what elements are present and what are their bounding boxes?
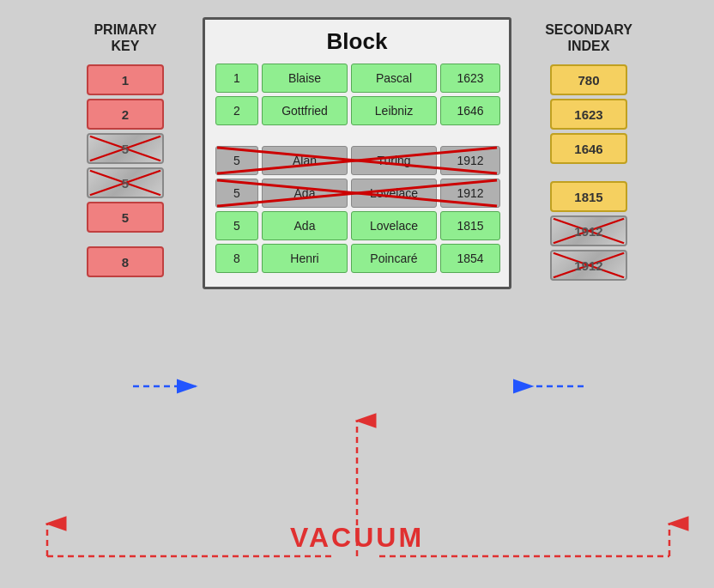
si-row-1623: 1623 <box>550 99 627 130</box>
primary-key-section: PRIMARYKEY 1 2 5 5 <box>74 21 177 277</box>
si-row-1815: 1815 <box>550 181 627 212</box>
bc-id: 8 <box>215 244 258 273</box>
primary-key-label: PRIMARYKEY <box>94 21 156 54</box>
block-row-lovelace1912-wrapper: 5 Ada Lovelace 1912 <box>215 179 499 208</box>
bc-first: Ada <box>262 179 348 208</box>
bc-last: Lovelace <box>351 179 437 208</box>
bc-year: 1646 <box>440 96 500 125</box>
pk-row-2: 2 <box>87 99 164 130</box>
pk-row-5a: 5 <box>87 133 164 164</box>
bc-last: Poincaré <box>351 244 437 273</box>
si-row-1912a: 1912 <box>550 215 627 246</box>
block-row-pascal: 1 Blaise Pascal 1623 <box>215 64 499 93</box>
block-row-poincare: 8 Henri Poincaré 1854 <box>215 244 499 273</box>
si-row-1912b: 1912 <box>550 250 627 281</box>
secondary-index-section: SECONDARYINDEX 780 1623 1646 1815 1912 1… <box>537 21 640 281</box>
block-row-turing-wrapper: 5 Alan Turing 1912 <box>215 146 499 175</box>
bc-year: 1912 <box>440 146 500 175</box>
bc-last: Leibniz <box>351 96 437 125</box>
block-row-turing: 5 Alan Turing 1912 <box>215 146 499 175</box>
block-row-lovelace1912: 5 Ada Lovelace 1912 <box>215 179 499 208</box>
block-title: Block <box>215 28 499 55</box>
bc-year: 1623 <box>440 64 500 93</box>
bc-last: Lovelace <box>351 211 437 240</box>
bc-first: Gottfried <box>262 96 348 125</box>
bc-first: Alan <box>262 146 348 175</box>
bc-id: 5 <box>215 211 258 240</box>
si-row-1646: 1646 <box>550 133 627 164</box>
vacuum-label: VACUUM <box>290 522 424 554</box>
si-row-780: 780 <box>550 64 627 95</box>
block-section: Block 1 Blaise Pascal 1623 2 Gottfried L… <box>194 17 520 289</box>
bc-first: Blaise <box>262 64 348 93</box>
bc-last: Pascal <box>351 64 437 93</box>
bc-first: Henri <box>262 244 348 273</box>
pk-rows: 1 2 5 5 <box>87 64 164 277</box>
bc-last: Turing <box>351 146 437 175</box>
block-container: Block 1 Blaise Pascal 1623 2 Gottfried L… <box>203 17 511 289</box>
pk-row-5b: 5 <box>87 167 164 198</box>
pk-row-8: 8 <box>87 246 164 277</box>
bc-id: 5 <box>215 146 258 175</box>
main-container: PRIMARYKEY 1 2 5 5 <box>0 0 714 588</box>
block-row-lovelace1815: 5 Ada Lovelace 1815 <box>215 211 499 240</box>
si-top-rows: 780 1623 1646 <box>550 64 627 164</box>
bc-first: Ada <box>262 211 348 240</box>
bc-year: 1854 <box>440 244 500 273</box>
secondary-index-label: SECONDARYINDEX <box>545 21 632 54</box>
block-row-leibniz: 2 Gottfried Leibniz 1646 <box>215 96 499 125</box>
si-bottom-rows: 1815 1912 1912 <box>550 181 627 281</box>
pk-row-5c: 5 <box>87 202 164 233</box>
bc-id: 2 <box>215 96 258 125</box>
bc-year: 1815 <box>440 211 500 240</box>
bc-id: 1 <box>215 64 258 93</box>
pk-row-1: 1 <box>87 64 164 95</box>
bc-id: 5 <box>215 179 258 208</box>
bc-year: 1912 <box>440 179 500 208</box>
